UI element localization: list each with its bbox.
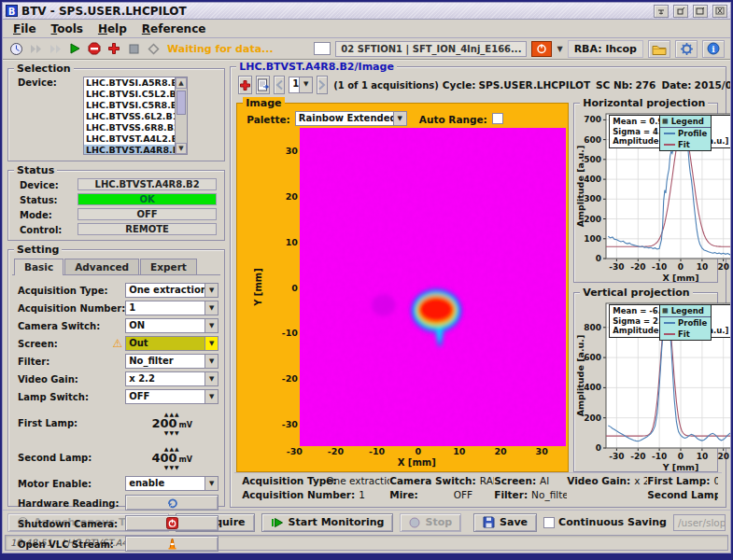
acquisition-type-select[interactable]: One extraction▼ bbox=[125, 283, 218, 298]
warning-icon: ⚠ bbox=[112, 337, 122, 350]
stop-button[interactable]: Stop bbox=[400, 513, 461, 532]
first-lamp-stepper[interactable]: ▲▲▲ 200mV ▼▼▼ bbox=[125, 411, 218, 436]
square-icon[interactable] bbox=[126, 41, 141, 56]
maximize-button[interactable] bbox=[693, 5, 708, 18]
power-button[interactable] bbox=[531, 41, 552, 57]
acquisition-number-select[interactable]: 1▼ bbox=[125, 301, 218, 315]
menu-reference[interactable]: Reference bbox=[135, 21, 213, 37]
close-button[interactable] bbox=[712, 5, 727, 18]
scroll-up-icon[interactable]: ▲ bbox=[176, 77, 187, 89]
timing-context-field[interactable]: 02 SFTION1 | SFT_ION_4Inj_E166... bbox=[335, 41, 527, 57]
device-list-item[interactable]: LHC.BTVSS.6L2.B1 bbox=[84, 111, 175, 122]
legend[interactable]: ▦Legend Profile Fit bbox=[659, 115, 712, 151]
device-list-item[interactable]: LHC.BTVSI.C5R8.B2 bbox=[84, 100, 175, 111]
hardware-reading-button[interactable] bbox=[125, 495, 218, 511]
second-lamp-unit: mV bbox=[179, 455, 193, 464]
selection-title: Selection bbox=[14, 63, 74, 75]
chevron-down-icon[interactable]: ▼ bbox=[204, 390, 218, 403]
image-x-tick-label: 10 bbox=[453, 446, 465, 456]
svg-text:100: 100 bbox=[584, 234, 601, 244]
clock-icon[interactable] bbox=[8, 41, 23, 56]
second-lamp-stepper[interactable]: ▲▲▲ 400mV ▼▼▼ bbox=[125, 445, 218, 470]
screen-select[interactable]: Out▼ bbox=[125, 336, 218, 351]
chevron-down-icon[interactable]: ▼ bbox=[393, 112, 406, 125]
next-acquisition-button[interactable] bbox=[317, 76, 328, 94]
device-list[interactable]: LHC.BTVSI.A5R8.B2LHC.BTVSI.C5L2.B1LHC.BT… bbox=[84, 77, 175, 154]
camera-switch-label: Camera Switch: bbox=[14, 320, 125, 331]
chevron-down-icon[interactable]: ▼ bbox=[557, 45, 562, 53]
chevron-down-icon[interactable]: ▼ bbox=[204, 372, 218, 385]
svg-text:Amplitude [a.u.]: Amplitude [a.u.] bbox=[575, 146, 585, 228]
camera-switch-select[interactable]: ON▼ bbox=[125, 318, 218, 333]
lamp-switch-select[interactable]: OFF▼ bbox=[125, 389, 218, 404]
stop-sign-icon[interactable] bbox=[87, 41, 102, 56]
acquisition-toolbar: 1▼ (1 of 1 acquisitions) Cycle:SPS.USER.… bbox=[234, 75, 722, 97]
date-value: 2015/04/05 10:46:41.460352 bbox=[695, 79, 731, 91]
filter-select[interactable]: No_filter▼ bbox=[125, 354, 218, 369]
tab-expert[interactable]: Expert bbox=[140, 259, 197, 274]
menu-file[interactable]: File bbox=[7, 21, 43, 37]
spinner-down-icon[interactable]: ▼▼▼ bbox=[164, 429, 180, 436]
add-icon[interactable] bbox=[106, 41, 121, 56]
play-icon[interactable] bbox=[67, 41, 82, 56]
setting-row-acquisition-number: Acquisition Number: 1▼ bbox=[14, 301, 218, 315]
tab-advanced[interactable]: Advanced bbox=[64, 259, 139, 274]
device-list-item[interactable]: LHC.BTVSS.6R8.B2 bbox=[84, 122, 175, 133]
device-list-item[interactable]: LHC.BTVST.A4L2.B1 bbox=[84, 133, 175, 145]
waiting-status-text: Waiting for data... bbox=[167, 43, 274, 55]
menu-tools[interactable]: Tools bbox=[45, 21, 90, 37]
acquisition-count-text: (1 of 1 acquisitions) bbox=[333, 80, 439, 91]
previous-acquisition-button[interactable] bbox=[274, 76, 285, 94]
chevron-down-icon[interactable]: ▼ bbox=[299, 77, 312, 92]
chevron-down-icon[interactable]: ▼ bbox=[204, 301, 218, 315]
add-acquisition-button[interactable] bbox=[238, 76, 252, 94]
play-all-disabled-icon[interactable] bbox=[28, 41, 43, 56]
export-button[interactable] bbox=[256, 76, 270, 94]
save-button[interactable]: Save bbox=[473, 513, 537, 532]
scrollbar-thumb[interactable] bbox=[176, 91, 186, 115]
chevron-down-icon[interactable]: ▼ bbox=[204, 355, 218, 368]
chevron-down-icon[interactable]: ▼ bbox=[204, 337, 218, 350]
video-gain-label: Video Gain: bbox=[14, 373, 125, 385]
chevron-down-icon[interactable]: ▼ bbox=[204, 284, 218, 297]
device-list-item[interactable]: LHC.BTVSI.A5R8.B2 bbox=[84, 77, 175, 89]
restore-button[interactable] bbox=[673, 5, 688, 18]
legend[interactable]: ▦Legend Profile Fit bbox=[659, 304, 712, 341]
hardware-reading-label: Hardware Reading: bbox=[14, 497, 125, 509]
cycle-value: SPS.USER.LHCPILOT bbox=[479, 79, 591, 91]
minimize-button[interactable] bbox=[654, 5, 669, 18]
continuous-saving-checkbox[interactable] bbox=[543, 517, 555, 528]
menu-help[interactable]: Help bbox=[92, 21, 134, 37]
chevron-down-icon[interactable]: ▼ bbox=[204, 319, 218, 332]
camera-switch-value: ON bbox=[126, 319, 204, 332]
palette-select[interactable]: Rainbow Extended▼ bbox=[295, 111, 407, 126]
device-list-item[interactable]: LHC.BTVSI.C5L2.B1 bbox=[84, 89, 175, 100]
device-list-item[interactable]: LHC.BTVST.A4R8.B2 bbox=[84, 145, 175, 154]
chevron-down-icon[interactable]: ▼ bbox=[204, 477, 218, 490]
chevron-left-icon bbox=[275, 79, 284, 91]
acquisition-index-select[interactable]: 1▼ bbox=[289, 77, 313, 93]
main-toolbar: Waiting for data... 02 SFTION1 | SFT_ION… bbox=[3, 38, 730, 61]
rba-role-label[interactable]: RBA: lhcop bbox=[568, 40, 643, 58]
open-folder-button[interactable] bbox=[648, 40, 670, 58]
open-vlc-button[interactable] bbox=[125, 536, 218, 552]
settings-gear-button[interactable] bbox=[675, 40, 698, 58]
setting-row-shutdown-camera: Shutdown Camera: bbox=[14, 514, 218, 532]
spinner-down-icon[interactable]: ▼▼▼ bbox=[164, 464, 180, 470]
tab-basic[interactable]: Basic bbox=[14, 259, 63, 275]
motor-enable-select[interactable]: enable▼ bbox=[125, 476, 218, 491]
start-monitoring-button[interactable]: Start Monitoring bbox=[261, 513, 394, 532]
mini-input[interactable] bbox=[314, 42, 331, 55]
beam-image-heatmap[interactable] bbox=[300, 128, 566, 446]
auto-range-checkbox[interactable] bbox=[492, 113, 503, 124]
profile-line-swatch bbox=[664, 322, 675, 324]
save-path-field[interactable]: /user/slops/data/SPS_DATA/OP_DATA/BTV bbox=[673, 514, 726, 531]
svg-text:0: 0 bbox=[596, 254, 601, 263]
play-step-disabled-icon[interactable] bbox=[48, 41, 63, 56]
info-button[interactable]: i bbox=[702, 40, 725, 58]
video-gain-select[interactable]: x 2.2▼ bbox=[125, 371, 218, 386]
device-list-scrollbar[interactable]: ▲ ▼ bbox=[175, 77, 187, 154]
shutdown-camera-button[interactable] bbox=[125, 515, 218, 531]
title-bar[interactable]: B BTV - SPS.USER.LHCPILOT bbox=[3, 3, 730, 20]
scroll-down-icon[interactable]: ▼ bbox=[176, 143, 187, 154]
